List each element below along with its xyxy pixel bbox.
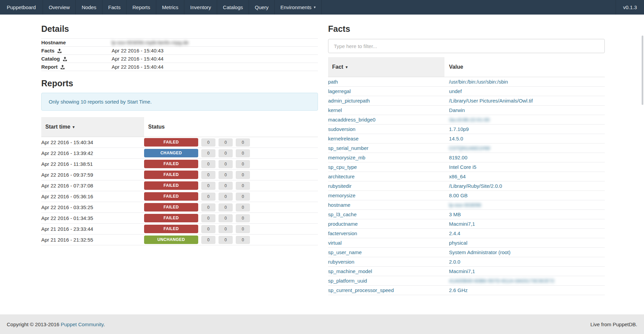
metric-count-button[interactable]: 0 [218, 149, 233, 157]
fact-name-link[interactable]: rubyversion [328, 259, 354, 265]
metric-count-button[interactable]: 0 [236, 214, 250, 222]
column-header-value[interactable]: Value [444, 57, 605, 77]
nav-item-facts[interactable]: Facts [102, 0, 127, 15]
report-status-badge[interactable]: FAILED [144, 160, 198, 168]
metric-count-button[interactable]: 0 [201, 160, 215, 168]
metric-count-button[interactable]: 0 [218, 171, 233, 179]
report-status-badge[interactable]: FAILED [144, 181, 198, 190]
fact-value-link[interactable]: 2.0.0 [449, 259, 460, 265]
metric-count-button[interactable]: 0 [201, 149, 215, 157]
fact-value-link[interactable]: /Library/User Pictures/Animals/Owl.tif [449, 98, 533, 104]
nav-item-environments[interactable]: Environments▾ [275, 0, 322, 15]
metric-count-button[interactable]: 0 [236, 193, 250, 201]
fact-name-link[interactable]: sp_cpu_type [328, 164, 357, 170]
metric-count-button[interactable]: 0 [201, 214, 215, 222]
upload-icon[interactable] [63, 57, 67, 61]
fact-name-link[interactable]: virtual [328, 240, 342, 246]
metric-count-button[interactable]: 0 [236, 203, 250, 211]
fact-value-link[interactable]: physical [449, 240, 467, 246]
nav-item-nodes[interactable]: Nodes [76, 0, 102, 15]
column-header-status[interactable]: Status [144, 117, 318, 137]
scrollbar-thumb[interactable] [642, 36, 643, 105]
metric-count-button[interactable]: 0 [218, 160, 233, 168]
metric-count-button[interactable]: 0 [218, 214, 233, 222]
report-status-badge[interactable]: FAILED [144, 192, 198, 201]
fact-value-link[interactable]: System Administrator (root) [449, 249, 511, 255]
fact-name-link[interactable]: sp_user_name [328, 249, 362, 255]
fact-value-link[interactable]: 1.7.10p9 [449, 126, 469, 132]
fact-name-link[interactable]: facterversion [328, 230, 357, 236]
metric-count-button[interactable]: 0 [201, 225, 215, 233]
fact-name-link[interactable]: memorysize [328, 193, 355, 198]
upload-icon[interactable] [60, 65, 65, 69]
metric-count-button[interactable]: 0 [236, 171, 250, 179]
fact-value-link[interactable]: Darwin [449, 107, 465, 113]
fact-name-link[interactable]: sp_platform_uuid [328, 278, 367, 284]
report-status-badge[interactable]: UNCHANGED [144, 236, 198, 244]
fact-value-link[interactable]: 8192.00 [449, 155, 467, 160]
fact-name-link[interactable]: sudoversion [328, 126, 355, 132]
fact-value-link[interactable]: undef [449, 88, 462, 94]
report-status-badge[interactable]: FAILED [144, 214, 198, 222]
puppet-community-link[interactable]: Puppet Community [61, 321, 104, 327]
fact-name-link[interactable]: hostname [328, 202, 350, 208]
metric-count-button[interactable]: 0 [218, 193, 233, 201]
fact-name-link[interactable]: kernelrelease [328, 136, 359, 141]
column-header-start-time[interactable]: Start time▾ [41, 117, 144, 137]
fact-name-link[interactable]: sp_l3_cache [328, 211, 356, 217]
metric-count-button[interactable]: 0 [201, 236, 215, 244]
fact-name-link[interactable]: memorysize_mb [328, 155, 365, 160]
fact-value-link[interactable]: /Library/Ruby/Site/2.0.0 [449, 183, 502, 189]
metric-count-button[interactable]: 0 [236, 182, 250, 190]
column-header-fact[interactable]: Fact▾ [328, 57, 444, 77]
metric-count-button[interactable]: 0 [236, 149, 250, 157]
fact-name-link[interactable]: kernel [328, 107, 342, 113]
fact-value-link[interactable]: /usr/bin:/bin:/usr/sbin:/sbin [449, 79, 508, 85]
fact-name-link[interactable]: rubysitedir [328, 183, 351, 189]
fact-name-link[interactable]: productname [328, 221, 358, 227]
fact-name-link[interactable]: path [328, 79, 338, 85]
facts-filter-input[interactable] [328, 39, 605, 53]
report-status-badge[interactable]: FAILED [144, 138, 198, 147]
fact-name-link[interactable]: macaddress_bridge0 [328, 117, 375, 123]
fact-value-link[interactable]: 2.4.4 [449, 230, 460, 236]
report-status-badge[interactable]: CHANGED [144, 149, 198, 157]
fact-value-link[interactable]: Intel Core i5 [449, 164, 477, 170]
metric-count-button[interactable]: 0 [218, 203, 233, 211]
fact-value-link[interactable]: 2.6 GHz [449, 287, 468, 293]
nav-item-catalogs[interactable]: Catalogs [217, 0, 249, 15]
metric-count-button[interactable]: 0 [201, 193, 215, 201]
metric-count-button[interactable]: 0 [201, 182, 215, 190]
nav-item-query[interactable]: Query [249, 0, 275, 15]
fact-value-link[interactable]: 41A00B40-60B6-557D-811A-0A03173C9CE72 [449, 278, 555, 284]
nav-item-reports[interactable]: Reports [127, 0, 156, 15]
metric-count-button[interactable]: 0 [236, 138, 250, 147]
fact-value-link[interactable]: Macmini7,1 [449, 221, 475, 227]
metric-count-button[interactable]: 0 [218, 225, 233, 233]
metric-count-button[interactable]: 0 [201, 203, 215, 211]
fact-value-link[interactable]: C07QN1A6G1HW [449, 145, 490, 151]
nav-item-inventory[interactable]: Inventory [184, 0, 217, 15]
report-status-badge[interactable]: FAILED [144, 171, 198, 179]
nav-item-overview[interactable]: Overview [43, 0, 76, 15]
fact-value-link[interactable]: 14.5.0 [449, 136, 463, 141]
fact-value-link[interactable]: 3a:c9:86:22:01:00 [449, 117, 490, 123]
fact-name-link[interactable]: architecture [328, 174, 354, 179]
fact-value-link[interactable]: 8.00 GB [449, 193, 468, 198]
upload-icon[interactable] [57, 48, 62, 53]
metric-count-button[interactable]: 0 [236, 236, 250, 244]
metric-count-button[interactable]: 0 [201, 171, 215, 179]
fact-value-link[interactable]: lp-osx-003056 [449, 202, 481, 208]
report-status-badge[interactable]: FAILED [144, 203, 198, 211]
fact-value-link[interactable]: Macmini7,1 [449, 268, 475, 274]
navbar-brand[interactable]: Puppetboard [0, 0, 43, 15]
metric-count-button[interactable]: 0 [218, 138, 233, 147]
fact-name-link[interactable]: admin_picturepath [328, 98, 370, 104]
metric-count-button[interactable]: 0 [218, 182, 233, 190]
fact-value-link[interactable]: 3 MB [449, 211, 461, 217]
fact-name-link[interactable]: sp_machine_model [328, 268, 372, 274]
nav-item-metrics[interactable]: Metrics [156, 0, 184, 15]
report-status-badge[interactable]: FAILED [144, 225, 198, 233]
metric-count-button[interactable]: 0 [218, 236, 233, 244]
fact-name-link[interactable]: sp_current_processor_speed [328, 287, 394, 293]
